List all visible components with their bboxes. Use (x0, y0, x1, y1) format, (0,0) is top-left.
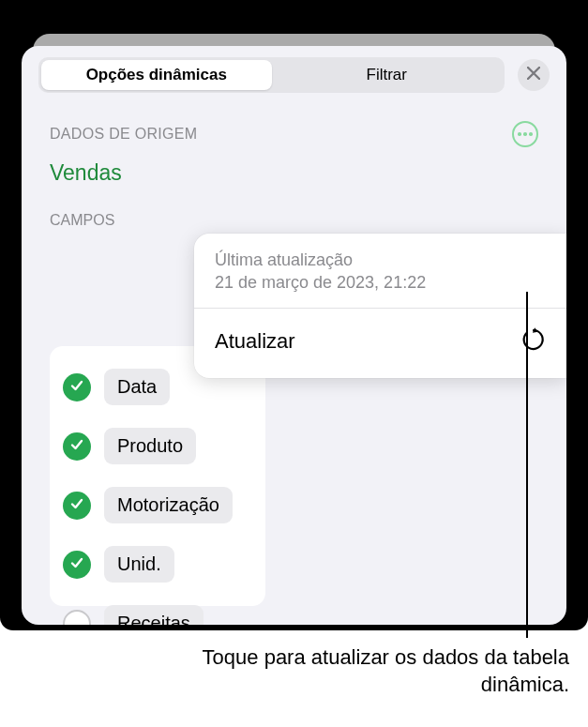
field-pill[interactable]: Unid. (104, 546, 174, 583)
checkmark-icon (69, 437, 84, 456)
fields-section-title: CAMPOS (22, 203, 566, 236)
source-name[interactable]: Vendas (22, 153, 566, 203)
field-label: Unid. (117, 553, 161, 574)
checkmark-icon (69, 496, 84, 515)
field-row-unid: Unid. (63, 535, 252, 594)
last-update-time: 21 de março de 2023, 21:22 (215, 271, 546, 294)
field-label: Receitas (117, 613, 190, 625)
field-row-produto: Produto (63, 417, 252, 476)
device-frame: Opções dinâmicas Filtrar DADOS DE ORIGEM… (0, 0, 588, 630)
field-checkbox[interactable] (63, 610, 91, 626)
callout-leader-line (526, 292, 528, 638)
tab-label: Filtrar (367, 66, 407, 84)
field-checkbox[interactable] (63, 492, 91, 520)
tab-segmented-control: Opções dinâmicas Filtrar (38, 57, 505, 93)
refresh-icon (521, 327, 546, 356)
refresh-label: Atualizar (215, 329, 295, 354)
source-section-title: DADOS DE ORIGEM (50, 126, 197, 143)
update-popover: Última atualização 21 de março de 2023, … (194, 234, 566, 378)
ellipsis-icon (518, 132, 533, 136)
tab-label: Opções dinâmicas (86, 66, 227, 84)
tab-filter[interactable]: Filtrar (272, 60, 503, 90)
field-pill[interactable]: Receitas (104, 605, 204, 625)
field-label: Data (117, 376, 157, 397)
field-label: Motorização (117, 494, 219, 515)
field-pill[interactable]: Motorização (104, 487, 233, 523)
field-checkbox[interactable] (63, 432, 91, 461)
refresh-row[interactable]: Atualizar (194, 309, 566, 378)
source-more-button[interactable] (512, 121, 538, 147)
field-label: Produto (117, 435, 183, 456)
field-checkbox[interactable] (63, 551, 91, 579)
field-pill[interactable]: Data (104, 369, 170, 405)
popover-info: Última atualização 21 de março de 2023, … (194, 234, 566, 309)
panel-header: Opções dinâmicas Filtrar (22, 46, 566, 104)
field-row-receitas: Receitas (63, 594, 252, 625)
field-row-motorizacao: Motorização (63, 476, 252, 535)
checkmark-icon (69, 555, 84, 574)
callout-text: Toque para atualizar os dados da tabela … (188, 644, 569, 698)
checkmark-icon (69, 378, 84, 397)
field-pill[interactable]: Produto (104, 428, 196, 464)
close-button[interactable] (518, 59, 550, 91)
tab-dynamic-options[interactable]: Opções dinâmicas (41, 60, 272, 90)
fields-list: Data Produto Motorização Unid. (50, 346, 265, 606)
close-icon (527, 67, 540, 83)
pivot-options-panel: Opções dinâmicas Filtrar DADOS DE ORIGEM… (22, 46, 566, 625)
last-update-label: Última atualização (215, 249, 546, 271)
field-checkbox[interactable] (63, 373, 91, 401)
source-section-header: DADOS DE ORIGEM (22, 104, 566, 153)
